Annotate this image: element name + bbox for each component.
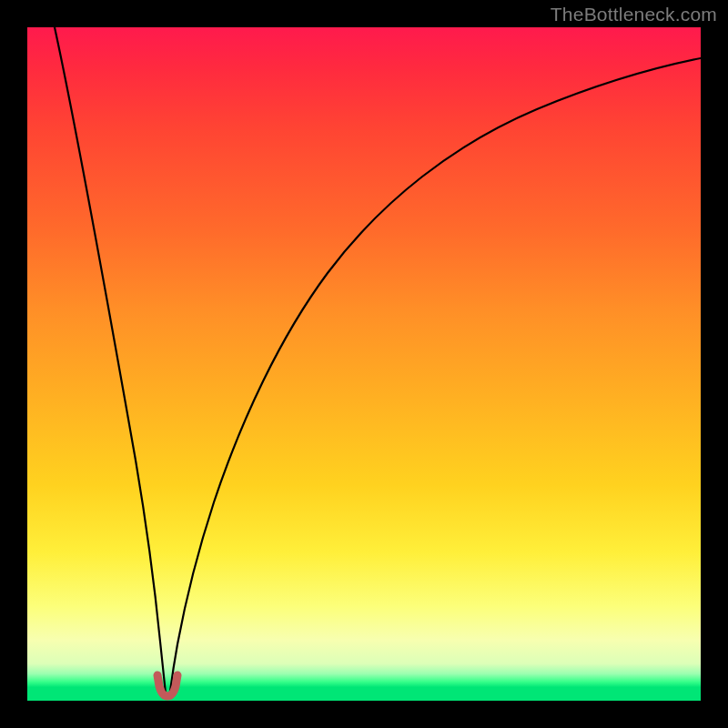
plot-area bbox=[27, 27, 701, 701]
valley-marker bbox=[157, 675, 177, 696]
bottleneck-curve-svg bbox=[27, 27, 701, 701]
chart-frame: TheBottleneck.com bbox=[0, 0, 728, 728]
watermark-text: TheBottleneck.com bbox=[551, 4, 717, 25]
bottleneck-curve bbox=[55, 27, 701, 698]
